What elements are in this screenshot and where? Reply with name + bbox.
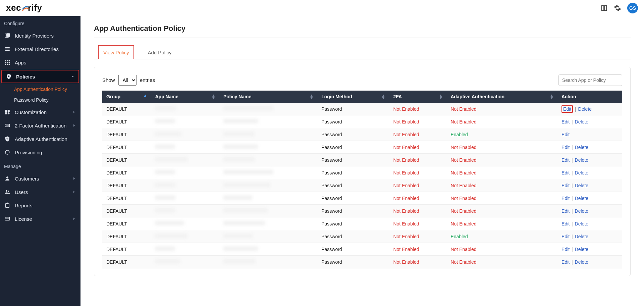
cell-group: DEFAULT <box>102 166 151 179</box>
edit-link[interactable]: Edit <box>561 105 573 113</box>
search-input[interactable] <box>558 74 622 86</box>
sidebar-subitem-app-auth-policy[interactable]: App Authentication Policy <box>9 84 80 95</box>
edit-link[interactable]: Edit <box>561 247 570 252</box>
edit-link[interactable]: Edit <box>561 157 570 163</box>
delete-link[interactable]: Delete <box>575 145 588 150</box>
edit-link[interactable]: Edit <box>561 183 570 188</box>
sidebar-item-policies[interactable]: Policies <box>1 70 79 83</box>
cell-app-name <box>151 166 219 179</box>
delete-link[interactable]: Delete <box>575 170 588 175</box>
action-separator: | <box>570 247 574 252</box>
edit-link[interactable]: Edit <box>561 132 570 137</box>
cell-policy-name <box>219 154 317 166</box>
sidebar-item-adaptive-auth[interactable]: Adaptive Authentication <box>0 132 80 146</box>
cell-2fa: Not Enabled <box>389 103 446 115</box>
col-app-name[interactable]: App Name▲▼ <box>151 91 219 103</box>
person-icon <box>4 175 11 182</box>
cell-action: Edit | Delete <box>557 154 622 166</box>
delete-link[interactable]: Delete <box>575 183 588 188</box>
col-2fa[interactable]: 2FA▲▼ <box>389 91 446 103</box>
edit-link[interactable]: Edit <box>561 119 570 124</box>
delete-link[interactable]: Delete <box>575 196 588 201</box>
cell-login-method: Password <box>317 217 389 230</box>
cell-2fa: Not Enabled <box>389 205 446 217</box>
cell-action: Edit | Delete <box>557 230 622 243</box>
delete-link[interactable]: Delete <box>575 234 588 239</box>
avatar[interactable]: GS <box>627 3 638 13</box>
svg-rect-7 <box>9 60 10 61</box>
edit-link[interactable]: Edit <box>561 145 570 150</box>
entries-select[interactable]: All <box>118 75 137 86</box>
delete-link[interactable]: Delete <box>575 247 588 252</box>
action-separator: | <box>570 221 574 226</box>
svg-rect-5 <box>5 60 6 61</box>
sidebar-item-external-directories[interactable]: External Directories <box>0 42 80 56</box>
cell-group: DEFAULT <box>102 205 151 217</box>
cell-group: DEFAULT <box>102 179 151 192</box>
cell-action: Edit <box>557 128 622 141</box>
edit-link[interactable]: Edit <box>561 234 570 239</box>
col-adaptive[interactable]: Adaptive Authentication▲▼ <box>446 91 557 103</box>
edit-link[interactable]: Edit <box>561 170 570 175</box>
svg-rect-11 <box>5 64 6 65</box>
cell-2fa: Not Enabled <box>389 115 446 128</box>
docs-icon[interactable] <box>600 4 608 12</box>
edit-link[interactable]: Edit <box>561 196 570 201</box>
sidebar-item-2fa[interactable]: 123 2-Factor Authentication <box>0 119 80 132</box>
sidebar-item-apps[interactable]: Apps <box>0 56 80 69</box>
tab-view-policy[interactable]: View Policy <box>98 45 134 59</box>
edit-link[interactable]: Edit <box>561 221 570 226</box>
delete-link[interactable]: Delete <box>575 221 588 226</box>
cell-policy-name <box>219 205 317 217</box>
cell-2fa: Not Enabled <box>389 166 446 179</box>
delete-link[interactable]: Delete <box>578 106 592 112</box>
sidebar-subitem-password-policy[interactable]: Password Policy <box>9 95 80 105</box>
sidebar-section-configure: Configure <box>0 16 80 29</box>
delete-link[interactable]: Delete <box>575 259 588 265</box>
sidebar-item-customers[interactable]: Customers <box>0 172 80 185</box>
table-row: DEFAULTPasswordNot EnabledEnabledEdit | … <box>102 230 622 243</box>
cell-action: Edit | Delete <box>557 179 622 192</box>
idp-icon <box>4 32 11 39</box>
cell-login-method: Password <box>317 205 389 217</box>
sidebar-item-label: License <box>15 216 32 222</box>
cell-adaptive: Not Enabled <box>446 179 557 192</box>
table-row: DEFAULTPasswordNot EnabledNot EnabledEdi… <box>102 205 622 217</box>
policies-submenu: App Authentication Policy Password Polic… <box>0 84 80 105</box>
sidebar-item-license[interactable]: License <box>0 212 80 225</box>
cell-app-name <box>151 217 219 230</box>
sidebar-item-customization[interactable]: Customization <box>0 105 80 119</box>
cell-policy-name <box>219 256 317 268</box>
svg-rect-9 <box>7 62 8 63</box>
sidebar-item-identity-providers[interactable]: Identity Providers <box>0 29 80 42</box>
delete-link[interactable]: Delete <box>575 208 588 214</box>
gear-icon[interactable] <box>614 4 621 12</box>
sidebar-item-reports[interactable]: Reports <box>0 199 80 212</box>
cell-policy-name <box>219 192 317 205</box>
cell-2fa: Not Enabled <box>389 230 446 243</box>
col-policy-name[interactable]: Policy Name▲▼ <box>219 91 317 103</box>
col-login-method[interactable]: Login Method▲▼ <box>317 91 389 103</box>
sidebar-item-users[interactable]: Users <box>0 185 80 199</box>
delete-link[interactable]: Delete <box>575 157 588 163</box>
tabs: View Policy Add Policy <box>94 45 631 59</box>
svg-rect-24 <box>7 203 8 204</box>
cell-adaptive: Not Enabled <box>446 154 557 166</box>
chevron-right-icon <box>72 123 76 128</box>
delete-link[interactable]: Delete <box>575 119 588 124</box>
edit-link[interactable]: Edit <box>561 208 570 214</box>
logo[interactable]: xec rify <box>6 3 42 13</box>
cell-group: DEFAULT <box>102 256 151 268</box>
edit-link[interactable]: Edit <box>561 259 570 265</box>
cell-action: Edit | Delete <box>557 256 622 268</box>
cell-policy-name <box>219 141 317 154</box>
tab-add-policy[interactable]: Add Policy <box>142 45 177 59</box>
sidebar-item-provisioning[interactable]: Provisioning <box>0 146 80 159</box>
action-separator: | <box>570 234 574 239</box>
cell-login-method: Password <box>317 179 389 192</box>
col-group[interactable]: Group▲ <box>102 91 151 103</box>
cell-group: DEFAULT <box>102 217 151 230</box>
sidebar-item-label: Reports <box>15 203 33 208</box>
cell-adaptive: Enabled <box>446 128 557 141</box>
policy-table: Group▲ App Name▲▼ Policy Name▲▼ Login Me… <box>102 91 622 268</box>
